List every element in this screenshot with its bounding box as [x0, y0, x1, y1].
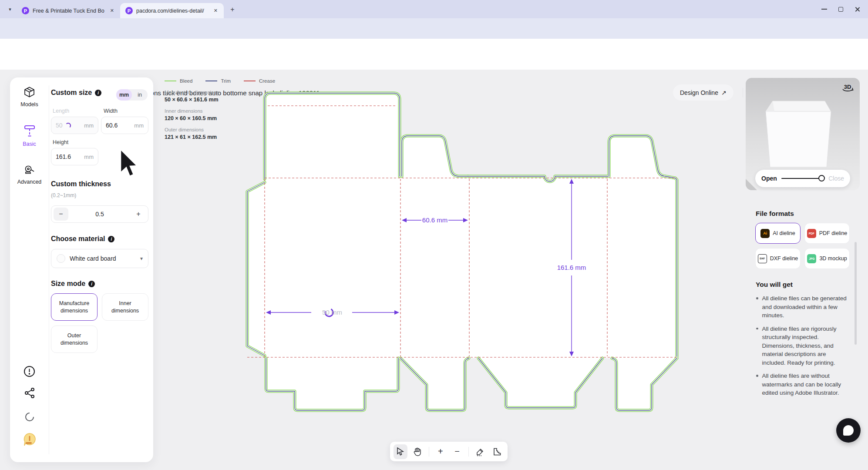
- height-value: 161.6: [56, 153, 71, 160]
- browser-tab-2-active[interactable]: P pacdora.com/dielines-detail/ ✕: [120, 3, 224, 18]
- tab-search-chevron-icon[interactable]: ▾: [6, 5, 14, 13]
- legend-label: Crease: [259, 78, 275, 84]
- tab-close-icon[interactable]: ✕: [212, 7, 219, 14]
- rotate-3d-icon[interactable]: 3D: [841, 82, 855, 94]
- dieline-board-fill: [247, 93, 677, 410]
- loading-spinner-icon: [10, 412, 49, 422]
- material-dropdown[interactable]: White card board ▾: [51, 249, 148, 268]
- sidebar-item-models[interactable]: Models: [10, 86, 49, 107]
- ruler-button[interactable]: [490, 444, 504, 459]
- height-unit: mm: [84, 154, 94, 160]
- sidebar-item-advanced[interactable]: Advanced: [10, 164, 49, 185]
- scrollbar-thumb[interactable]: [855, 242, 857, 345]
- pan-hand-tool-button[interactable]: [410, 444, 424, 459]
- window-close-button[interactable]: [855, 7, 860, 12]
- file-formats-title: File formats: [756, 210, 794, 218]
- tape-measure-icon: [24, 164, 36, 175]
- height-dimension-label: 161.6 mm: [557, 264, 586, 271]
- bleed-line-swatch: [165, 81, 176, 82]
- mode-manufacture-button[interactable]: Manufacturedimensions: [51, 293, 98, 321]
- thickness-stepper: − 0.5 +: [51, 205, 148, 223]
- format-dxf-button[interactable]: DXF DXF dieline: [755, 248, 801, 269]
- browser-url-row: ← → ⟳ pacdora.com/dielines-detail/custom…: [0, 18, 868, 39]
- canvas-toolbar: + −: [390, 442, 508, 461]
- manufacture-dimensions-value: 50 × 60.6 × 161.6 mm: [165, 97, 219, 103]
- slider-knob[interactable]: [818, 175, 825, 181]
- tab-close-icon[interactable]: ✕: [108, 7, 116, 14]
- unit-mm-segment[interactable]: mm: [116, 89, 132, 101]
- dimensions-summary: Manufacture dimensions 50 × 60.6 × 161.6…: [165, 90, 219, 140]
- report-issue-button[interactable]: [10, 366, 49, 377]
- size-mode-title: Size mode i: [51, 280, 95, 288]
- zoom-out-button[interactable]: −: [450, 444, 464, 459]
- sidebar-item-label: Basic: [10, 141, 49, 147]
- choose-material-title: Choose material i: [51, 235, 114, 243]
- pacdora-favicon: P: [22, 7, 29, 14]
- app-header: Pacdora Custom dimensions tuck end boxes…: [0, 39, 868, 70]
- list-item: All dieline files are without watermarks…: [756, 372, 850, 397]
- external-link-icon: ↗: [721, 89, 727, 96]
- mode-inner-button[interactable]: Innerdimensions: [102, 293, 148, 321]
- tab-title: Free & Printable Tuck End Bo: [33, 8, 105, 14]
- width-label: Width: [104, 108, 118, 114]
- unit-in-segment[interactable]: in: [132, 89, 148, 101]
- chat-bubble-icon: [843, 425, 854, 436]
- line-legend: Bleed Trim Crease: [165, 78, 275, 84]
- sidebar-item-basic-active[interactable]: Basic: [10, 124, 49, 147]
- dxf-file-icon: DXF: [758, 254, 767, 263]
- close-label: Close: [828, 175, 844, 182]
- thickness-minus-button[interactable]: −: [54, 208, 68, 221]
- inner-dimensions-label: Inner dimensions: [165, 108, 219, 114]
- thickness-plus-button[interactable]: +: [131, 208, 146, 221]
- format-ai-button[interactable]: Ai AI dieline: [755, 223, 801, 244]
- height-field[interactable]: 161.6 mm: [51, 148, 98, 165]
- new-tab-button[interactable]: +: [227, 4, 238, 15]
- inner-dimensions-value: 120 × 60 × 160.5 mm: [165, 115, 219, 121]
- crease-line-swatch: [244, 81, 256, 82]
- chat-widget-button[interactable]: [836, 418, 861, 443]
- trim-line-swatch: [205, 81, 217, 82]
- select-tool-button[interactable]: [394, 444, 407, 459]
- pdf-file-icon: PDF: [807, 229, 816, 238]
- custom-size-title: Custom size i: [51, 89, 101, 97]
- sidebar-item-label: Models: [10, 101, 49, 107]
- share-button[interactable]: [10, 387, 49, 399]
- width-field[interactable]: 60.6 mm: [101, 117, 148, 134]
- format-3d-mockup-button[interactable]: JPG 3D mockup: [804, 248, 850, 269]
- length-label: Length: [53, 108, 69, 114]
- outer-dimensions-value: 121 × 61 × 162.5 mm: [165, 134, 219, 140]
- window-maximize-button[interactable]: [838, 7, 843, 12]
- you-will-get-title: You will get: [756, 281, 793, 289]
- info-icon[interactable]: i: [88, 281, 95, 287]
- length-unit: mm: [84, 122, 94, 129]
- outer-dimensions-label: Outer dimensions: [165, 127, 219, 132]
- pacdora-favicon: P: [125, 7, 133, 14]
- thickness-range: (0.2~1mm): [51, 192, 76, 198]
- browser-tab-1[interactable]: P Free & Printable Tuck End Bo ✕: [17, 3, 120, 18]
- tab-title: pacdora.com/dielines-detail/: [136, 8, 209, 14]
- material-swatch: [57, 254, 65, 263]
- info-icon[interactable]: i: [108, 236, 114, 242]
- feedback-bubble-icon[interactable]: [10, 433, 49, 447]
- mode-outer-button[interactable]: Outerdimensions: [51, 326, 98, 353]
- chevron-down-icon: ▾: [140, 255, 143, 262]
- width-dimension-label: 60.6 mm: [422, 216, 447, 224]
- window-minimize-button[interactable]: [821, 9, 827, 10]
- sidebar-item-label: Advanced: [10, 179, 49, 185]
- ai-file-icon: Ai: [760, 229, 770, 238]
- zoom-in-button[interactable]: +: [434, 444, 447, 459]
- open-label: Open: [761, 175, 777, 182]
- info-icon[interactable]: i: [95, 90, 101, 96]
- material-value: White card board: [70, 255, 116, 262]
- jpg-file-icon: JPG: [807, 254, 816, 263]
- length-loading-spinner: [65, 123, 71, 128]
- format-pdf-button[interactable]: PDF PDF dieline: [804, 223, 850, 244]
- thickness-value: 0.5: [71, 211, 129, 218]
- browser-tab-strip: ▾ P Free & Printable Tuck End Bo ✕ P pac…: [0, 0, 868, 18]
- dieline-drawing[interactable]: 60.6 mm 161.6 mm 50 mm: [245, 87, 683, 418]
- length-field[interactable]: 50 mm: [51, 117, 98, 134]
- annotate-pen-button[interactable]: [473, 444, 487, 459]
- slider-track[interactable]: [781, 178, 824, 179]
- roller-tool-icon: [24, 124, 36, 138]
- pacdora-dieline-page: ▾ P Free & Printable Tuck End Bo ✕ P pac…: [0, 0, 868, 470]
